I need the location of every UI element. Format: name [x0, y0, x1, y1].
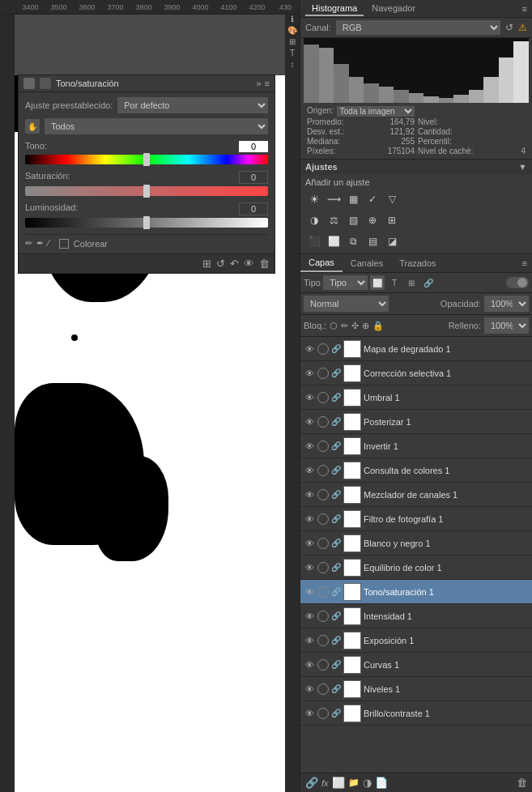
prop-footer-icon-4[interactable]: 👁 — [244, 258, 254, 270]
new-adj-icon[interactable]: ◑ — [363, 777, 372, 789]
layer-item[interactable]: 👁 🔗 Niveles 1 — [300, 677, 532, 701]
layer-item[interactable]: 👁 🔗 Invertir 1 — [300, 434, 532, 458]
tab-canales[interactable]: Canales — [343, 255, 391, 271]
adj-photo-icon[interactable]: ⊕ — [364, 211, 381, 229]
strip-icon-6[interactable]: ↕ — [291, 60, 295, 69]
trash-icon[interactable]: 🗑 — [517, 777, 527, 789]
layer-eye-icon[interactable]: 👁 — [304, 466, 315, 475]
fx-label[interactable]: fx — [321, 778, 329, 788]
prop-footer-icon-2[interactable]: ↺ — [216, 258, 225, 270]
prop-footer-icon-1[interactable]: ⊞ — [202, 258, 211, 270]
brush-icon-2[interactable]: ✒ — [36, 238, 44, 249]
filter-icon-4[interactable]: 🔗 — [421, 275, 436, 290]
layer-eye-icon[interactable]: 👁 — [304, 368, 315, 378]
layer-item[interactable]: 👁 🔗 Tono/saturación 1 — [300, 580, 532, 604]
layer-item[interactable]: 👁 🔗 Filtro de fotografía 1 — [300, 507, 532, 531]
filter-toggle[interactable] — [506, 277, 529, 288]
filter-icon-3[interactable]: ⊞ — [404, 275, 419, 290]
origen-select[interactable]: Toda la imagen — [337, 106, 415, 117]
adj-channel-icon[interactable]: ⊞ — [383, 211, 401, 229]
strip-icon-4[interactable]: ⊞ — [289, 37, 296, 46]
layer-item[interactable]: 👁 🔗 Corrección selectiva 1 — [300, 361, 532, 385]
panel-menu-icon[interactable]: ≡ — [522, 4, 527, 14]
prop-expand-icon[interactable]: » — [256, 79, 261, 88]
adj-exposure-icon[interactable]: ✓ — [364, 190, 381, 208]
layer-item[interactable]: 👁 🔗 Mezclador de canales 1 — [300, 483, 532, 507]
layer-eye-icon[interactable]: 👁 — [304, 684, 315, 694]
layer-eye-icon[interactable]: 👁 — [304, 441, 315, 451]
new-layer-icon[interactable]: 📄 — [375, 777, 388, 789]
prop-menu-icon[interactable]: ≡ — [265, 79, 270, 88]
tono-value[interactable] — [239, 141, 268, 152]
tono-slider-track[interactable] — [25, 155, 268, 164]
adj-invert-icon[interactable]: ⬛ — [305, 232, 323, 250]
lock-brush-icon[interactable]: ✏ — [341, 321, 348, 331]
layer-eye-icon[interactable]: 👁 — [304, 709, 315, 718]
filter-icon-2[interactable]: T — [387, 275, 402, 290]
layer-item[interactable]: 👁 🔗 Intensidad 1 — [300, 604, 532, 628]
lock-move-icon[interactable]: ✣ — [351, 321, 359, 331]
filter-icon-1[interactable]: ⬜ — [370, 275, 385, 290]
blend-mode-select[interactable]: Normal — [304, 296, 389, 312]
layers-list[interactable]: 👁 🔗 Mapa de degradado 1 👁 🔗 Corrección s… — [300, 337, 532, 773]
luminosidad-slider-thumb[interactable] — [143, 216, 150, 229]
opacidad-select[interactable]: 100% — [484, 296, 529, 312]
tab-trazados[interactable]: Trazados — [391, 255, 444, 271]
refresh-icon[interactable]: ↺ — [505, 22, 513, 33]
layer-eye-icon[interactable]: 👁 — [304, 587, 315, 597]
layer-eye-icon[interactable]: 👁 — [304, 393, 315, 402]
strip-icon-5[interactable]: T — [290, 49, 295, 57]
ajustes-collapse-icon[interactable]: ▼ — [518, 162, 527, 172]
layer-item[interactable]: 👁 🔗 Equilibrio de color 1 — [300, 556, 532, 580]
group-icon[interactable]: 📁 — [348, 777, 360, 788]
canal-select[interactable]: RGB — [336, 20, 500, 35]
prop-footer-icon-5[interactable]: 🗑 — [259, 258, 270, 270]
tab-capas[interactable]: Capas — [300, 254, 343, 272]
tab-histograma[interactable]: Histograma — [305, 2, 364, 16]
layer-eye-icon[interactable]: 👁 — [304, 417, 315, 427]
layer-item[interactable]: 👁 🔗 Umbral 1 — [300, 385, 532, 410]
layer-item[interactable]: 👁 🔗 Exposición 1 — [300, 628, 532, 653]
luminosidad-value[interactable] — [239, 202, 268, 215]
adj-levels-icon[interactable]: ▦ — [344, 190, 362, 208]
filter-tipo-select[interactable]: Tipo — [323, 275, 368, 290]
relleno-select[interactable]: 100% — [484, 317, 529, 334]
adj-balance-icon[interactable]: ⚖ — [325, 211, 343, 229]
layer-eye-icon[interactable]: 👁 — [304, 611, 315, 621]
tono-slider-thumb[interactable] — [143, 153, 150, 166]
lock-art-icon[interactable]: ⊕ — [362, 321, 369, 331]
layer-eye-icon[interactable]: 👁 — [304, 660, 315, 670]
lock-trans-icon[interactable]: ⬡ — [330, 321, 338, 331]
adj-bw-icon[interactable]: ▧ — [344, 211, 362, 229]
adj-vibrance-icon[interactable]: ▽ — [383, 190, 401, 208]
brush-icon-1[interactable]: ✏ — [25, 238, 32, 249]
add-mask-icon[interactable]: ⬜ — [332, 777, 345, 789]
layer-item[interactable]: 👁 🔗 Mapa de degradado 1 — [300, 337, 532, 361]
layer-eye-icon[interactable]: 👁 — [304, 514, 315, 524]
link-icon[interactable]: 🔗 — [305, 777, 318, 789]
adj-curves-icon[interactable]: ⟿ — [325, 190, 343, 208]
adj-gradient-icon[interactable]: ▤ — [364, 232, 381, 250]
layer-eye-icon[interactable]: 👁 — [304, 539, 315, 548]
layer-item[interactable]: 👁 🔗 Brillo/contraste 1 — [300, 701, 532, 726]
saturacion-slider-track[interactable] — [25, 186, 268, 196]
adj-hue-icon[interactable]: ◑ — [305, 211, 323, 229]
adj-brightness-icon[interactable]: ☀ — [305, 190, 323, 208]
strip-icon-3[interactable]: 🎨 — [287, 26, 297, 35]
prop-footer-icon-3[interactable]: ↶ — [230, 258, 239, 270]
adj-selective-icon[interactable]: ◪ — [383, 232, 401, 250]
adj-threshold-icon[interactable]: ⧉ — [344, 232, 362, 250]
saturacion-slider-thumb[interactable] — [143, 185, 150, 198]
tab-navegador[interactable]: Navegador — [365, 2, 422, 16]
layer-item[interactable]: 👁 🔗 Blanco y negro 1 — [300, 531, 532, 556]
ajuste-select[interactable]: Por defecto — [117, 97, 268, 113]
luminosidad-slider-track[interactable] — [25, 218, 268, 228]
layer-eye-icon[interactable]: 👁 — [304, 563, 315, 573]
layer-eye-icon[interactable]: 👁 — [304, 636, 315, 645]
brush-icon-3[interactable]: ∕ — [48, 238, 49, 249]
strip-icon-2[interactable]: ℹ — [291, 15, 294, 23]
layer-item[interactable]: 👁 🔗 Curvas 1 — [300, 653, 532, 677]
capas-menu-icon[interactable]: ≡ — [517, 258, 532, 268]
colorear-checkbox[interactable] — [59, 239, 69, 249]
layer-eye-icon[interactable]: 👁 — [304, 490, 315, 500]
